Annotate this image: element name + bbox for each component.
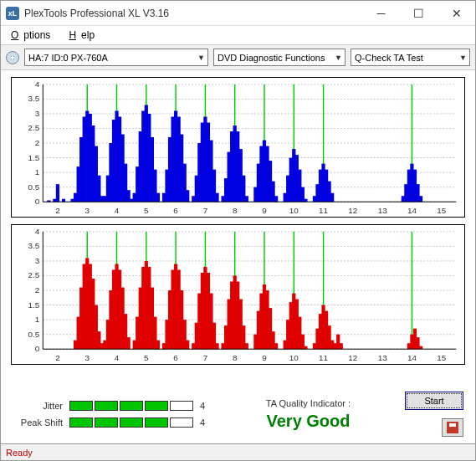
bottom-panel: Jitter 4 Peak Shift 4 TA Quality Indicat… bbox=[1, 383, 475, 443]
quality-indicator: TA Quality Indicator : Very Good bbox=[218, 398, 398, 431]
svg-text:15: 15 bbox=[437, 206, 446, 215]
statusbar: Ready bbox=[1, 443, 475, 460]
toolbar: HA:7 ID:0 PX-760A ▼ DVD Diagnostic Funct… bbox=[1, 44, 475, 70]
svg-text:2: 2 bbox=[55, 206, 60, 215]
svg-text:7: 7 bbox=[203, 353, 208, 362]
svg-text:3: 3 bbox=[35, 256, 40, 265]
svg-text:13: 13 bbox=[378, 206, 387, 215]
svg-text:8: 8 bbox=[233, 206, 238, 215]
svg-rect-247 bbox=[304, 346, 307, 350]
svg-text:2.5: 2.5 bbox=[28, 270, 40, 279]
svg-rect-110 bbox=[274, 196, 278, 202]
peakshift-row: Peak Shift 4 bbox=[13, 417, 212, 428]
svg-text:0: 0 bbox=[35, 344, 40, 353]
svg-rect-239 bbox=[274, 343, 278, 349]
svg-rect-195 bbox=[127, 337, 131, 349]
function-select-value: DVD Diagnostic Functions bbox=[218, 53, 325, 63]
jitter-label: Jitter bbox=[13, 401, 63, 411]
svg-text:4: 4 bbox=[35, 227, 40, 236]
svg-text:15: 15 bbox=[437, 353, 446, 362]
chevron-down-icon: ▼ bbox=[335, 54, 342, 62]
menu-help[interactable]: Help bbox=[64, 28, 105, 43]
svg-text:4: 4 bbox=[35, 79, 40, 89]
chart-area: 00.511.522.533.5423456789101112131415 00… bbox=[1, 70, 475, 383]
svg-text:0.5: 0.5 bbox=[28, 330, 40, 339]
svg-rect-132 bbox=[419, 196, 422, 202]
segment bbox=[145, 417, 168, 428]
svg-text:10: 10 bbox=[289, 206, 299, 215]
svg-text:3.5: 3.5 bbox=[28, 241, 40, 250]
svg-text:3: 3 bbox=[84, 206, 90, 215]
jitter-value: 4 bbox=[200, 401, 212, 411]
svg-rect-84 bbox=[186, 190, 189, 202]
svg-text:2: 2 bbox=[55, 353, 60, 362]
quality-value: Very Good bbox=[266, 412, 350, 431]
segment bbox=[95, 401, 118, 411]
svg-text:10: 10 bbox=[289, 353, 299, 362]
window-title: PlexTools Professional XL V3.16 bbox=[24, 8, 362, 19]
peakshift-label: Peak Shift bbox=[13, 417, 63, 428]
chart-top: 00.511.522.533.5423456789101112131415 bbox=[11, 77, 465, 218]
svg-rect-125 bbox=[330, 193, 334, 202]
svg-text:4: 4 bbox=[115, 206, 120, 215]
svg-rect-93 bbox=[215, 193, 218, 202]
svg-text:12: 12 bbox=[348, 206, 357, 215]
svg-rect-204 bbox=[156, 341, 160, 350]
svg-text:0.5: 0.5 bbox=[28, 182, 40, 192]
jitter-bar bbox=[69, 401, 193, 411]
device-select-value: HA:7 ID:0 PX-760A bbox=[28, 53, 108, 63]
svg-text:3.5: 3.5 bbox=[28, 94, 40, 103]
save-button[interactable] bbox=[442, 418, 463, 437]
svg-text:2.5: 2.5 bbox=[28, 123, 40, 132]
chevron-down-icon: ▼ bbox=[459, 54, 467, 62]
svg-text:1: 1 bbox=[35, 167, 40, 177]
metrics: Jitter 4 Peak Shift 4 bbox=[13, 401, 212, 428]
close-button[interactable]: ✕ bbox=[438, 1, 475, 25]
svg-text:7: 7 bbox=[203, 206, 208, 215]
svg-text:13: 13 bbox=[378, 353, 387, 362]
svg-text:1: 1 bbox=[35, 315, 40, 324]
svg-text:9: 9 bbox=[262, 353, 267, 362]
segment bbox=[69, 401, 93, 411]
svg-text:4: 4 bbox=[115, 353, 120, 362]
peakshift-value: 4 bbox=[200, 417, 212, 428]
svg-text:2: 2 bbox=[35, 138, 40, 147]
disc-icon bbox=[6, 51, 19, 64]
segment bbox=[170, 417, 193, 428]
segment bbox=[145, 401, 168, 411]
test-select[interactable]: Q-Check TA Test ▼ bbox=[351, 49, 470, 66]
status-text: Ready bbox=[6, 448, 33, 458]
chart-bottom: 00.511.522.533.5423456789101112131415 bbox=[11, 224, 465, 365]
device-select[interactable]: HA:7 ID:0 PX-760A ▼ bbox=[24, 49, 208, 66]
svg-text:14: 14 bbox=[407, 353, 417, 362]
svg-rect-213 bbox=[186, 341, 189, 350]
segment bbox=[120, 401, 143, 411]
floppy-icon bbox=[447, 422, 458, 433]
segment bbox=[95, 417, 118, 428]
svg-text:0: 0 bbox=[35, 197, 40, 206]
svg-text:1.5: 1.5 bbox=[28, 300, 40, 310]
svg-text:3: 3 bbox=[84, 353, 90, 362]
svg-text:6: 6 bbox=[173, 353, 178, 362]
minimize-button[interactable]: ─ bbox=[362, 1, 400, 25]
svg-rect-45 bbox=[62, 199, 65, 202]
svg-text:8: 8 bbox=[233, 353, 238, 362]
svg-text:5: 5 bbox=[144, 353, 149, 362]
svg-text:11: 11 bbox=[319, 353, 328, 362]
quality-label: TA Quality Indicator : bbox=[266, 398, 351, 408]
segment bbox=[170, 401, 193, 411]
svg-text:5: 5 bbox=[144, 206, 149, 215]
maximize-button[interactable]: ☐ bbox=[400, 1, 438, 25]
test-select-value: Q-Check TA Test bbox=[355, 53, 423, 63]
svg-rect-231 bbox=[245, 343, 248, 349]
start-button[interactable]: Start bbox=[405, 392, 463, 410]
jitter-row: Jitter 4 bbox=[13, 401, 212, 411]
function-select[interactable]: DVD Diagnostic Functions ▼ bbox=[213, 49, 345, 66]
svg-rect-102 bbox=[245, 196, 248, 202]
segment bbox=[69, 417, 93, 428]
menu-options[interactable]: Options bbox=[6, 28, 60, 43]
svg-rect-257 bbox=[340, 343, 343, 349]
svg-text:12: 12 bbox=[348, 353, 357, 362]
svg-text:1.5: 1.5 bbox=[28, 153, 40, 162]
svg-rect-44 bbox=[56, 184, 59, 202]
